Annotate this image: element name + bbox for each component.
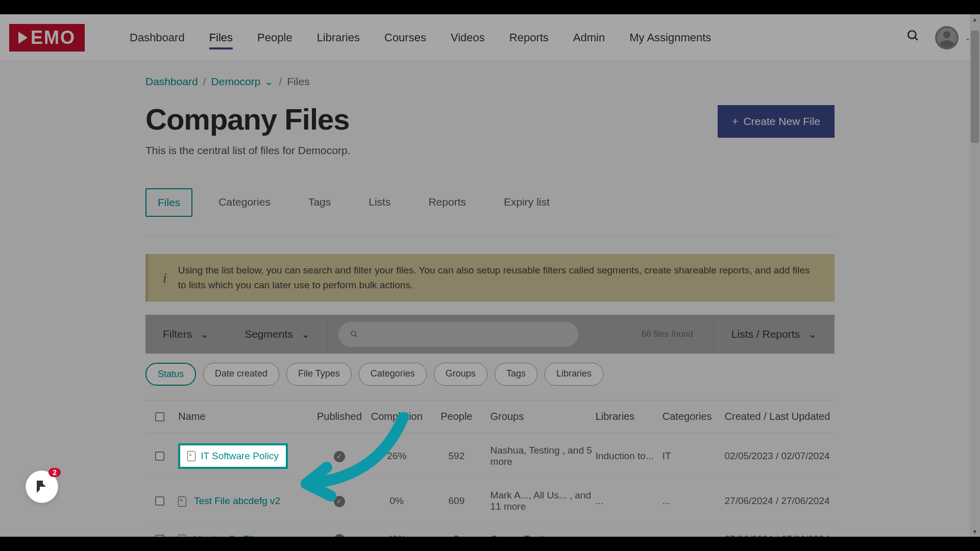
plus-icon: + <box>732 115 738 128</box>
libraries-value: ... <box>596 495 663 507</box>
categories-value: ... <box>663 495 725 507</box>
create-new-file-button[interactable]: + Create New File <box>718 105 835 138</box>
select-all-checkbox[interactable] <box>155 412 164 421</box>
row-checkbox[interactable] <box>155 496 164 506</box>
nav-videos[interactable]: Videos <box>451 17 485 59</box>
info-banner: i Using the list below, you can search a… <box>145 254 835 302</box>
subtab-expiry-list[interactable]: Expiry list <box>492 188 561 217</box>
page-title: Company Files <box>145 102 350 136</box>
info-text: Using the list below, you can search and… <box>178 263 820 292</box>
col-categories-header[interactable]: Categories <box>663 411 725 422</box>
svg-point-2 <box>351 331 356 336</box>
segments-dropdown[interactable]: Segments ⌄ <box>227 315 328 354</box>
table-row: Test File abcdefg v2 ✓ 0% 609 Mark A...,… <box>145 480 835 523</box>
nav-people[interactable]: People <box>257 17 292 59</box>
top-header: EMO Dashboard Files People Libraries Cou… <box>0 14 980 61</box>
chat-widget[interactable]: 2 <box>26 470 61 506</box>
chat-badge: 2 <box>48 468 61 477</box>
pill-status[interactable]: Status <box>145 363 196 386</box>
filter-pills: Status Date created File Types Categorie… <box>145 363 835 400</box>
dates-value: 02/05/2023 / 02/07/2024 <box>725 450 835 462</box>
page-subtitle: This is the central list of files for De… <box>145 144 350 157</box>
breadcrumb-dashboard[interactable]: Dashboard <box>145 76 198 88</box>
main-nav: Dashboard Files People Libraries Courses… <box>130 17 906 59</box>
chevron-down-icon: ⌄ <box>200 328 209 340</box>
chevron-down-icon: ⌄ <box>264 76 274 88</box>
user-menu[interactable]: ⌄ <box>935 26 971 49</box>
pill-categories[interactable]: Categories <box>359 363 427 386</box>
nav-libraries[interactable]: Libraries <box>317 17 360 59</box>
nav-reports[interactable]: Reports <box>509 17 549 59</box>
subtab-lists[interactable]: Lists <box>357 188 402 217</box>
files-table: Name Published Completion People Groups … <box>145 400 835 551</box>
col-published-header[interactable]: Published <box>313 411 365 422</box>
nav-my-assignments[interactable]: My Assignments <box>629 17 711 59</box>
search-icon[interactable] <box>906 29 920 46</box>
pill-date-created[interactable]: Date created <box>203 363 279 386</box>
svg-point-0 <box>908 31 916 38</box>
chat-logo-icon <box>33 478 51 496</box>
svg-line-3 <box>355 335 357 337</box>
logo[interactable]: EMO <box>9 24 85 52</box>
scroll-down-arrow[interactable]: ▼ <box>972 529 978 535</box>
subtab-reports[interactable]: Reports <box>416 188 478 217</box>
col-groups-header[interactable]: Groups <box>485 411 596 422</box>
divider <box>145 236 835 237</box>
play-icon <box>18 32 28 44</box>
pill-tags[interactable]: Tags <box>495 363 537 386</box>
col-name-header[interactable]: Name <box>174 411 313 422</box>
filters-dropdown[interactable]: Filters ⌄ <box>145 315 227 354</box>
pill-libraries[interactable]: Libraries <box>545 363 603 386</box>
col-dates-header[interactable]: Created / Last Updated <box>725 411 835 422</box>
subtabs: Files Categories Tags Lists Reports Expi… <box>145 188 835 217</box>
nav-files[interactable]: Files <box>209 17 233 59</box>
search-input[interactable] <box>365 329 567 340</box>
libraries-value: Induction to... <box>596 450 663 462</box>
completion-value: 0% <box>365 495 428 507</box>
breadcrumb-current: Files <box>287 76 309 88</box>
scrollbar-thumb[interactable] <box>971 31 979 143</box>
categories-value: IT <box>663 450 725 462</box>
groups-value: Nashua, Testing , and 5 more <box>485 445 596 467</box>
scrollbar[interactable]: ▲ ▼ <box>970 14 980 537</box>
search-icon <box>350 330 359 339</box>
published-badge: ✓ <box>334 451 345 462</box>
col-people-header[interactable]: People <box>428 411 485 422</box>
col-completion-header[interactable]: Completion <box>365 411 428 422</box>
published-badge: ✓ <box>334 496 345 507</box>
row-checkbox[interactable] <box>155 452 164 461</box>
search-input-wrap <box>338 322 578 347</box>
subtab-categories[interactable]: Categories <box>207 188 282 217</box>
col-libraries-header[interactable]: Libraries <box>596 411 663 422</box>
groups-value: Mark A..., All Us... , and 11 more <box>485 490 596 512</box>
people-value: 609 <box>428 495 485 507</box>
table-toolbar: Filters ⌄ Segments ⌄ 66 files found List… <box>145 315 835 354</box>
pill-groups[interactable]: Groups <box>434 363 487 386</box>
nav-admin[interactable]: Admin <box>573 17 605 59</box>
file-icon <box>178 496 186 507</box>
table-header-row: Name Published Completion People Groups … <box>145 400 835 433</box>
files-found-text: 66 files found <box>642 329 693 339</box>
scroll-up-arrow[interactable]: ▲ <box>972 16 978 22</box>
pill-file-types[interactable]: File Types <box>286 363 352 386</box>
nav-dashboard[interactable]: Dashboard <box>130 17 185 59</box>
people-value: 592 <box>428 450 485 462</box>
completion-value: 26% <box>365 450 428 462</box>
nav-courses[interactable]: Courses <box>384 17 426 59</box>
info-icon: i <box>163 270 167 286</box>
avatar <box>935 26 959 49</box>
chevron-down-icon: ⌄ <box>808 328 817 340</box>
breadcrumb-org-dropdown[interactable]: Democorp ⌄ <box>211 76 274 88</box>
table-row: IT Software Policy ✓ 26% 592 Nashua, Tes… <box>145 433 835 480</box>
subtab-files[interactable]: Files <box>145 188 192 217</box>
file-link-test-file[interactable]: Test File abcdefg v2 <box>178 495 280 506</box>
breadcrumb: Dashboard / Democorp ⌄ / Files <box>145 76 863 88</box>
subtab-tags[interactable]: Tags <box>297 188 342 217</box>
logo-text: EMO <box>31 27 76 48</box>
file-icon <box>187 451 195 461</box>
svg-line-1 <box>915 37 917 40</box>
dates-value: 27/06/2024 / 27/06/2024 <box>725 495 835 507</box>
chevron-down-icon: ⌄ <box>301 328 310 340</box>
lists-reports-dropdown[interactable]: Lists / Reports ⌄ <box>714 315 835 354</box>
file-link-it-software-policy[interactable]: IT Software Policy <box>178 443 288 469</box>
